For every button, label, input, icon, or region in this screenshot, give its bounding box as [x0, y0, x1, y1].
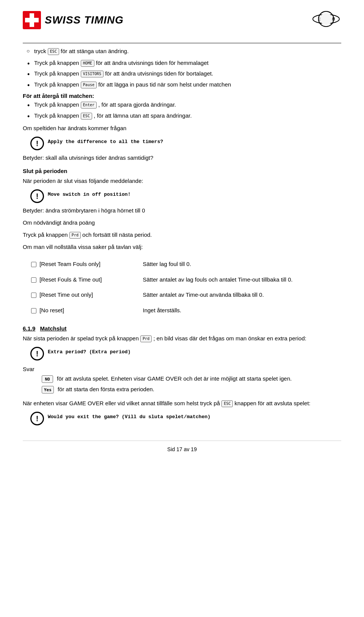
return-heading: För att återgå till matchen: — [23, 93, 341, 99]
header-divider — [23, 43, 341, 43]
radio-4[interactable] — [31, 308, 36, 313]
no-key: NO — [42, 375, 53, 383]
svar-no-row: NO för att avsluta spelet. Enheten visar… — [42, 375, 341, 383]
table-row: [Reset Fouls & Time out] Sätter antalet … — [31, 272, 348, 287]
footer-text: Sid 17 av 19 — [167, 446, 197, 452]
period-end-2: Om nödvändigt ändra poäng — [23, 218, 341, 227]
logo-area: SWISS TIMING — [23, 11, 124, 29]
esc-key-inline: ESC — [48, 48, 59, 55]
swiss-timing-icon — [23, 11, 41, 29]
svar-label: Svar — [23, 366, 341, 372]
alert-box-3: ! Extra period? (Extra period) — [30, 346, 341, 360]
period-end-4: Om man vill nollställa vissa saker på ta… — [23, 242, 341, 252]
matchslut-text: När sista perioden är spelad tryck på kn… — [23, 334, 341, 343]
pause-key: Pause — [81, 82, 97, 88]
return-enter: Tryck på knappen Enter , för att spara g… — [34, 101, 341, 109]
alert-text-2: Move switch in off position! — [48, 189, 130, 198]
alert-box-4: ! Would you exit the game? (Vill du slut… — [30, 411, 341, 425]
prd-key-1: Prd — [69, 232, 81, 239]
alert-icon-1: ! — [30, 137, 44, 150]
alert-box-2: ! Move switch in off position! — [30, 189, 341, 203]
page-footer: Sid 17 av 19 — [23, 441, 341, 452]
sub-bullet-list: tryck ESC för att stänga utan ändring. — [23, 47, 341, 56]
home-key: HOME — [81, 60, 94, 67]
svar-yes-row: Yes för att starta den första extra peri… — [42, 386, 341, 393]
bullet-visitors: Tryck på knappen VISITORS för att ändra … — [34, 69, 341, 78]
alert1-post-text: Betyder: skall alla utvisnings tider änd… — [23, 153, 341, 162]
alert-text-1: Apply the difference to all the timers? — [48, 136, 163, 146]
logo-text: SWISS TIMING — [45, 14, 124, 26]
prd-key-2: Prd — [140, 335, 152, 342]
alert-box-1: ! Apply the difference to all the timers… — [30, 136, 341, 150]
section-number: 6.1.9 — [23, 325, 35, 332]
saturn-logo: SATURN — [311, 8, 341, 32]
table-row: [No reset] Inget återställs. — [31, 303, 348, 318]
alert1-pre-text: Om speltiden har ändrats kommer frågan — [23, 124, 341, 133]
alert-text-4: Would you exit the game? (Vill du sluta … — [48, 411, 210, 421]
section-matchslut-num: 6.1.9 Matchslut — [23, 325, 341, 332]
alert-icon-3: ! — [30, 347, 44, 360]
radio-2[interactable] — [31, 277, 36, 283]
alert-icon-4: ! — [30, 412, 44, 425]
yes-key: Yes — [42, 386, 54, 393]
table-row: [Reset Team Fouls only] Sätter lag foul … — [31, 257, 348, 272]
period-end-1: Betyder: ändra strömbrytaren i högra hör… — [23, 206, 341, 215]
sub-bullet-esc: tryck ESC för att stänga utan ändring. — [34, 47, 341, 56]
period-title: Slut på perioden — [23, 168, 341, 174]
table-row: [Reset Time out only] Sätter antalet av … — [31, 288, 348, 302]
svg-point-6 — [320, 13, 332, 25]
bullet-home: Tryck på knappen HOME för att ändra utvi… — [34, 59, 341, 68]
alert-icon-2: ! — [30, 189, 44, 203]
main-content: tryck ESC för att stänga utan ändring. T… — [23, 47, 341, 425]
alert-text-3: Extra period? (Extra period) — [48, 346, 130, 356]
return-bullet-list: Tryck på knappen Enter , för att spara g… — [23, 101, 341, 120]
bullet-pause: Tryck på knappen Pause för att lägga in … — [34, 80, 341, 89]
period-text: När perioden är slut visas följande medd… — [23, 176, 341, 186]
esc-key-return: ESC — [81, 113, 92, 120]
period-end-3: Tryck på knappen Prd och fortsätt till n… — [23, 230, 341, 239]
page-header: SWISS TIMING SATURN — [23, 8, 341, 36]
enter-key: Enter — [81, 102, 97, 109]
section-matchslut-title: Matchslut — [40, 325, 67, 332]
main-bullet-list: Tryck på knappen HOME för att ändra utvi… — [23, 59, 341, 89]
svg-rect-2 — [25, 18, 39, 22]
return-esc: Tryck på knappen ESC , för att lämna uta… — [34, 112, 341, 120]
radio-3[interactable] — [31, 293, 36, 298]
esc-key-gameover: ESC — [221, 400, 233, 407]
reset-table: [Reset Team Fouls only] Sätter lag foul … — [30, 256, 349, 318]
gameover-text: När enheten visar GAME OVER eller vid vi… — [23, 399, 341, 408]
radio-1[interactable] — [31, 262, 36, 267]
visitors-key: VISITORS — [81, 71, 104, 77]
